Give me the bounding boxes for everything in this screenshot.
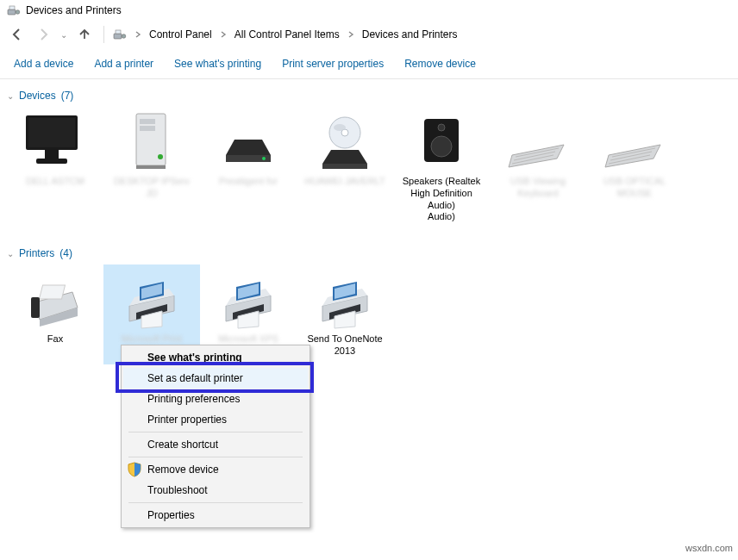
titlebar: Devices and Printers [0,0,738,21]
ctx-set-default[interactable]: Set as default printer [123,368,308,389]
printer-label: Microsoft Print [107,333,197,345]
cmd-print-server-props[interactable]: Print server properties [282,58,384,70]
nav-bar: ⌄ Control Panel All Control Panel Items … [0,21,738,49]
speaker-icon [397,112,486,172]
back-button[interactable] [7,24,28,45]
device-label: USB Viewing Keyboard [493,176,583,200]
printer-item-fax[interactable]: Fax [7,264,103,364]
devices-printers-icon [7,3,21,17]
breadcrumb-all-items[interactable]: All Control Panel Items [235,28,340,40]
chevron-right-icon [347,30,355,39]
up-button[interactable] [74,24,95,45]
disc-icon [300,112,390,172]
printer-icon [203,270,293,330]
separator [128,457,303,457]
separator [128,432,303,432]
cmd-remove-device[interactable]: Remove device [404,58,476,70]
chevron-down-icon: ⌄ [7,91,14,101]
device-item[interactable]: Speakers (Realtek High Definition Audio)… [393,107,490,230]
keyboard-icon [493,112,583,172]
shield-icon [127,462,142,477]
breadcrumb-devices-printers[interactable]: Devices and Printers [362,28,458,40]
ctx-troubleshoot[interactable]: Troubleshoot [123,480,308,501]
section-printers-header[interactable]: ⌄ Printers (4) [0,237,738,264]
keyboard-icon [590,112,679,172]
context-menu: See what's printing Set as default print… [121,345,310,528]
device-label: DESKTOP IPServ JD [107,176,197,200]
device-item[interactable]: HUAWEI JAVERLT [297,107,393,230]
printers-grid: Fax Microsoft Print Microsoft XPS Send T… [0,264,738,371]
breadcrumb-root-icon[interactable] [113,28,127,41]
ctx-printing-prefs[interactable]: Printing preferences [123,389,308,409]
cmd-see-printing[interactable]: See what's printing [174,58,261,70]
device-item[interactable]: DESKTOP IPServ JD [103,107,200,230]
section-printers-count: (4) [59,247,72,259]
ctx-create-shortcut[interactable]: Create shortcut [123,434,308,455]
ctx-see-printing[interactable]: See what's printing [123,347,308,368]
monitor-icon [10,112,100,172]
printer-icon [107,270,197,330]
devices-grid: DELL ASTCM DESKTOP IPServ JD Prestiigent… [0,107,738,237]
device-label: HUAWEI JAVERLT [300,176,390,188]
section-devices-count: (7) [61,90,74,102]
recent-locations-dropdown[interactable]: ⌄ [60,30,67,40]
separator [103,26,104,43]
device-label: DELL ASTCM [10,176,100,188]
chevron-right-icon [219,30,228,39]
command-bar: Add a device Add a printer See what's pr… [0,49,738,79]
ctx-remove-device[interactable]: Remove device [123,459,308,480]
separator [128,502,303,503]
watermark: wsxdn.com [685,543,733,553]
ctx-printer-props[interactable]: Printer properties [123,409,308,430]
window-title: Devices and Printers [26,4,122,16]
tower-icon [107,112,197,172]
device-item[interactable]: USB OPTICAL MOUSE [586,107,683,230]
drive-icon [203,112,293,172]
printer-icon [300,270,390,330]
printer-label: Microsoft XPS [203,333,293,345]
printer-label: Send To OneNote 2013 [300,333,390,358]
section-devices-label: Devices [19,90,56,102]
forward-button[interactable] [33,24,53,45]
ctx-properties[interactable]: Properties [123,505,308,526]
device-label: Prestiigent for [203,176,293,188]
section-printers-label: Printers [19,247,54,259]
device-item[interactable]: DELL ASTCM [7,107,103,230]
cmd-add-printer[interactable]: Add a printer [94,58,153,70]
chevron-right-icon [134,30,142,39]
cmd-add-device[interactable]: Add a device [14,58,73,70]
device-item[interactable]: USB Viewing Keyboard [490,107,586,230]
device-item[interactable]: Prestiigent for [200,107,297,230]
chevron-down-icon: ⌄ [7,249,14,258]
printer-label: Fax [10,333,100,345]
printer-item-onenote[interactable]: Send To OneNote 2013 [297,264,393,364]
device-label: Speakers (Realtek High Definition Audio)… [397,176,486,223]
fax-icon [10,270,100,330]
device-label: USB OPTICAL MOUSE [590,176,679,200]
breadcrumb-control-panel[interactable]: Control Panel [149,28,212,40]
section-devices-header[interactable]: ⌄ Devices (7) [0,79,738,107]
